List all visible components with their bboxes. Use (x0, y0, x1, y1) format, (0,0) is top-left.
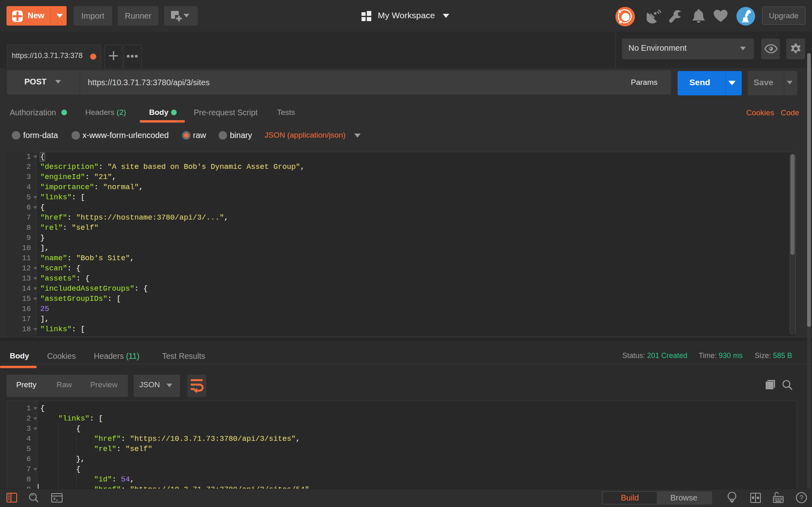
svg-text:?: ? (799, 494, 803, 502)
